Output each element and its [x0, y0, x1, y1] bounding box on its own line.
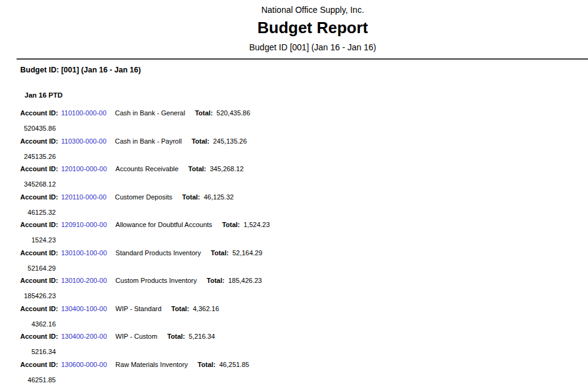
account-line: Account ID: 120110-000-00 Customer Depos…: [20, 193, 588, 201]
account-line: Account ID: 130100-100-00 Standard Produ…: [20, 249, 588, 257]
account-block: Account ID: 120100-000-00 Accounts Recei…: [20, 165, 588, 188]
section-title: Budget ID: [001] (Jan 16 - Jan 16): [20, 66, 588, 75]
account-id-label: Account ID:: [20, 277, 58, 285]
total-label: Total:: [171, 305, 189, 313]
ptd-amount: 4362.16: [20, 320, 56, 328]
report-subtitle: Budget ID [001] (Jan 16 - Jan 16): [37, 42, 588, 52]
company-name: National Office Supply, Inc.: [37, 5, 588, 15]
total-value: 46,251.85: [219, 361, 249, 369]
total-value: 245,135.26: [213, 137, 247, 145]
account-id-link[interactable]: 110300-000-00: [61, 137, 107, 145]
account-block: Account ID: 130400-100-00 WIP - Standard…: [20, 305, 588, 328]
account-id-link[interactable]: 130600-000-00: [61, 361, 107, 369]
account-id-label: Account ID:: [20, 249, 58, 257]
total-label: Total:: [197, 361, 215, 369]
total-value: 1,524.23: [243, 221, 270, 229]
account-name: WIP - Custom: [115, 333, 157, 341]
ptd-amount: 245135.26: [20, 153, 56, 161]
total-label: Total:: [211, 249, 229, 257]
account-line: Account ID: 110100-000-00 Cash in Bank -…: [20, 109, 588, 117]
ptd-amount: 345268.12: [20, 180, 56, 188]
account-id-label: Account ID:: [20, 221, 58, 229]
account-id-label: Account ID:: [20, 305, 58, 313]
total-label: Total:: [222, 221, 240, 229]
report-header: National Office Supply, Inc. Budget Repo…: [0, 5, 588, 52]
account-id-label: Account ID:: [20, 165, 58, 173]
total-value: 46,125.32: [204, 193, 234, 201]
ptd-amount: 46125.32: [20, 209, 56, 217]
budget-report-page: National Office Supply, Inc. Budget Repo…: [0, 5, 588, 386]
account-block: Account ID: 130100-200-00 Custom Product…: [20, 277, 588, 300]
total-value: 52,164.29: [232, 249, 262, 257]
account-block: Account ID: 130400-200-00 WIP - Custom T…: [20, 333, 588, 356]
total-label: Total:: [182, 193, 200, 201]
account-id-label: Account ID:: [20, 109, 58, 117]
account-id-link[interactable]: 130400-100-00: [61, 305, 107, 313]
total-value: 5,216.34: [189, 333, 215, 341]
account-id-link[interactable]: 110100-000-00: [61, 109, 107, 117]
account-block: Account ID: 120910-000-00 Allowance for …: [20, 221, 588, 244]
account-id-link[interactable]: 120910-000-00: [61, 221, 107, 229]
ptd-amount: 52164.29: [20, 264, 56, 272]
accounts-list: Account ID: 110100-000-00 Cash in Bank -…: [0, 109, 588, 384]
total-value: 4,362.16: [193, 305, 219, 313]
header-divider-rule: [17, 58, 588, 60]
account-id-label: Account ID:: [20, 193, 58, 201]
total-label: Total:: [195, 109, 213, 117]
account-line: Account ID: 130600-000-00 Raw Materials …: [20, 361, 588, 369]
ptd-amount: 1524.23: [20, 236, 56, 244]
account-line: Account ID: 120100-000-00 Accounts Recei…: [20, 165, 588, 173]
total-label: Total:: [188, 165, 206, 173]
account-line: Account ID: 130400-200-00 WIP - Custom T…: [20, 333, 588, 341]
total-label: Total:: [167, 333, 185, 341]
account-name: Standard Products Inventory: [115, 249, 200, 257]
ptd-amount: 5216.34: [20, 348, 56, 356]
account-id-label: Account ID:: [20, 361, 58, 369]
account-id-link[interactable]: 130100-100-00: [61, 249, 107, 257]
total-value: 520,435.86: [216, 109, 250, 117]
account-name: Allowance for Doubtful Accounts: [115, 221, 212, 229]
account-name: Raw Materials Inventory: [115, 361, 188, 369]
account-id-label: Account ID:: [20, 333, 58, 341]
account-name: Customer Deposits: [115, 193, 173, 201]
account-block: Account ID: 110300-000-00 Cash in Bank -…: [20, 137, 588, 161]
account-block: Account ID: 130100-100-00 Standard Produ…: [20, 249, 588, 272]
account-line: Account ID: 130100-200-00 Custom Product…: [20, 277, 588, 285]
account-id-link[interactable]: 120100-000-00: [61, 165, 107, 173]
account-line: Account ID: 120910-000-00 Allowance for …: [20, 221, 588, 229]
ptd-amount: 520435.86: [20, 125, 56, 133]
account-id-link[interactable]: 130400-200-00: [61, 333, 107, 341]
account-block: Account ID: 130600-000-00 Raw Materials …: [20, 361, 588, 384]
ptd-amount: 46251.85: [20, 376, 56, 384]
account-name: Cash in Bank - General: [115, 109, 185, 117]
account-id-link[interactable]: 130100-200-00: [61, 277, 107, 285]
account-name: Cash in Bank - Payroll: [115, 137, 182, 145]
ptd-amount: 185426.23: [20, 292, 56, 300]
account-name: WIP - Standard: [115, 305, 161, 313]
account-id-link[interactable]: 120110-000-00: [61, 193, 107, 201]
account-name: Accounts Receivable: [115, 165, 178, 173]
total-label: Total:: [191, 137, 209, 145]
report-title: Budget Report: [37, 18, 588, 37]
account-block: Account ID: 120110-000-00 Customer Depos…: [20, 193, 588, 217]
total-value: 185,426.23: [228, 277, 262, 285]
total-label: Total:: [207, 277, 224, 285]
account-line: Account ID: 130400-100-00 WIP - Standard…: [20, 305, 588, 313]
total-value: 345,268.12: [210, 165, 243, 173]
account-id-label: Account ID:: [20, 137, 58, 145]
period-column-header: Jan 16 PTD: [25, 91, 588, 99]
account-block: Account ID: 110100-000-00 Cash in Bank -…: [20, 109, 588, 133]
account-name: Custom Products Inventory: [115, 277, 197, 285]
account-line: Account ID: 110300-000-00 Cash in Bank -…: [20, 137, 588, 145]
